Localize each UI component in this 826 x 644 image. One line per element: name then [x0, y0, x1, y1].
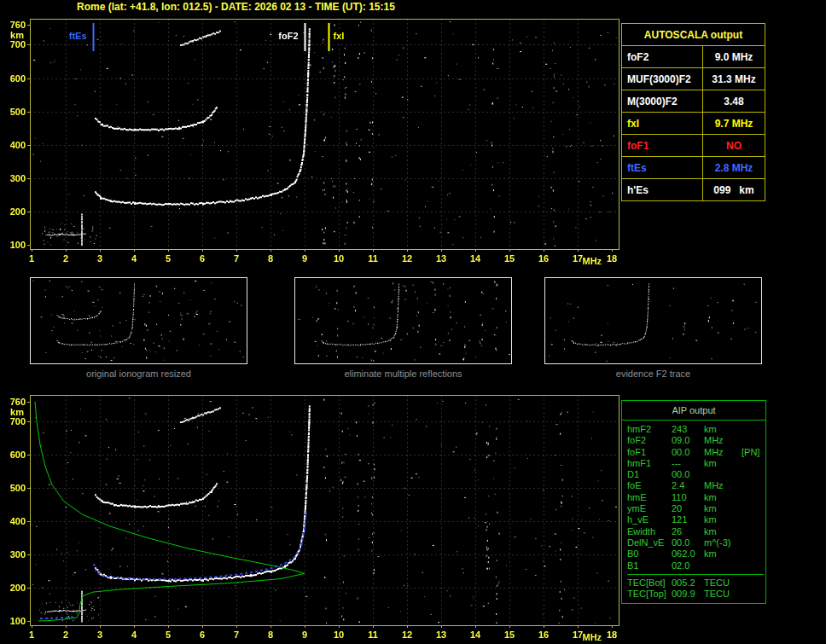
aip-cell: Ewidth — [627, 526, 672, 537]
autoscala-body: foF29.0 MHzMUF(3000)F231.3 MHzM(3000)F23… — [622, 46, 765, 201]
autoscala-row-value: 2.8 MHz — [703, 157, 765, 179]
aip-cell — [704, 560, 742, 571]
aip-cell — [742, 537, 764, 548]
aip-row: hmF2243km — [627, 424, 764, 435]
aip-row: ymE20km — [627, 503, 764, 514]
aip-cell — [742, 458, 764, 469]
aip-cell: 062.0 — [672, 548, 704, 560]
autoscala-row: foF29.0 MHz — [622, 46, 765, 68]
thumbnail-caption-eliminate: eliminate multiple reflections — [294, 368, 512, 379]
aip-cell: 110 — [672, 492, 704, 503]
autoscala-row-label: fxI — [622, 113, 703, 135]
thumbnail-original-ionogram — [30, 277, 247, 364]
aip-row: foF100.0MHz[PN] — [627, 447, 764, 458]
autoscala-table: AUTOSCALA output foF29.0 MHzMUF(3000)F23… — [621, 23, 765, 201]
autoscala-row-value: 099 km — [703, 179, 765, 201]
aip-cell: h_vE — [627, 514, 672, 525]
aip-cell: TEC[Bot] — [627, 577, 672, 589]
autoscala-header-row: AUTOSCALA output — [622, 24, 765, 46]
aip-row: foF209.0MHz — [627, 435, 764, 446]
autoscala-row-label: h'Es — [622, 179, 703, 201]
aip-cell: foF1 — [627, 447, 672, 458]
aip-cell: B0 — [627, 548, 672, 560]
aip-cell — [742, 480, 764, 491]
aip-cell: DelN_vE — [627, 537, 672, 548]
aip-row: hmF1---km — [627, 458, 764, 469]
aip-cell: TECU — [704, 577, 742, 589]
aip-cell — [742, 514, 764, 525]
aip-cell: MHz — [704, 480, 742, 491]
aip-cell: 02.0 — [672, 560, 704, 571]
aip-cell: MHz — [704, 447, 742, 458]
aip-cell: 09.0 — [672, 435, 704, 446]
autoscala-row: fxI9.7 MHz — [622, 113, 765, 135]
aip-cell — [742, 577, 764, 589]
aip-cell — [742, 526, 764, 537]
aip-cell: foE — [627, 480, 672, 491]
thumbnail-evidence-f2-trace — [544, 277, 762, 364]
aip-cell: foF2 — [627, 435, 672, 446]
aip-row: Ewidth26km — [627, 526, 764, 537]
autoscala-screen: Rome (lat: +41.8, lon: 012.5) - DATE: 20… — [0, 0, 826, 644]
autoscala-row-value: 31.3 MHz — [703, 68, 765, 90]
aip-cell: 121 — [672, 514, 704, 525]
aip-row: B0062.0km — [627, 548, 764, 560]
aip-cell: B1 — [627, 560, 672, 571]
autoscala-row: MUF(3000)F231.3 MHz — [622, 68, 765, 90]
aip-cell: 20 — [672, 503, 704, 514]
aip-header: AIP output — [622, 401, 765, 421]
aip-cell: 243 — [672, 424, 704, 435]
aip-cell: 005.2 — [672, 577, 704, 589]
autoscala-row: foF1NO — [622, 135, 765, 157]
aip-row: D100.0 — [627, 469, 764, 480]
aip-cell: km — [704, 503, 742, 514]
aip-table: AIP output hmF2243kmfoF209.0MHzfoF100.0M… — [621, 400, 766, 604]
aip-cell: 00.0 — [672, 537, 704, 548]
aip-cell — [742, 503, 764, 514]
aip-cell: 00.0 — [672, 447, 704, 458]
autoscala-row-label: M(3000)F2 — [622, 90, 703, 113]
aip-row: B102.0 — [627, 560, 764, 571]
aip-cell — [742, 492, 764, 503]
aip-cell — [742, 424, 764, 435]
thumbnail-caption-original: original ionogram resized — [30, 368, 247, 379]
autoscala-row: M(3000)F23.48 — [622, 90, 765, 113]
aip-row: DelN_vE00.0m^(-3) — [627, 537, 764, 548]
aip-cell: --- — [672, 458, 704, 469]
aip-cell — [742, 548, 764, 560]
autoscala-row: ftEs2.8 MHz — [622, 157, 765, 179]
ionogram-profile-canvas — [0, 388, 627, 644]
aip-cell — [742, 589, 764, 600]
aip-cell: hmE — [627, 492, 672, 503]
autoscala-row-label: ftEs — [622, 157, 703, 179]
aip-cell: 009.9 — [672, 589, 704, 600]
aip-cell — [742, 469, 764, 480]
aip-cell: 2.4 — [672, 480, 704, 491]
aip-tec-section: TEC[Bot]005.2TECUTEC[Top]009.9TECU — [627, 574, 764, 600]
aip-row: TEC[Top]009.9TECU — [627, 589, 764, 600]
aip-cell: 26 — [672, 526, 704, 537]
aip-cell — [704, 469, 742, 480]
autoscala-row: h'Es099 km — [622, 179, 765, 201]
aip-cell: TECU — [704, 589, 742, 600]
aip-cell: m^(-3) — [704, 537, 742, 548]
ionogram-main-canvas — [0, 13, 627, 269]
autoscala-row-value: 3.48 — [703, 90, 765, 113]
aip-cell: km — [704, 458, 742, 469]
thumbnail-caption-evidence: evidence F2 trace — [544, 368, 762, 379]
autoscala-row-value: 9.7 MHz — [703, 113, 765, 135]
aip-cell: 00.0 — [672, 469, 704, 480]
autoscala-header: AUTOSCALA output — [622, 24, 765, 46]
autoscala-row-label: foF2 — [622, 46, 703, 68]
aip-cell: [PN] — [742, 447, 764, 458]
aip-cell — [742, 435, 764, 446]
aip-cell: km — [704, 526, 742, 537]
aip-cell: km — [704, 548, 742, 560]
aip-row: foE2.4MHz — [627, 480, 764, 491]
aip-cell: km — [704, 492, 742, 503]
thumbnail-eliminate-reflections — [294, 277, 512, 364]
aip-cell: km — [704, 424, 742, 435]
aip-cell: TEC[Top] — [627, 589, 672, 600]
aip-cell: km — [704, 514, 742, 525]
autoscala-row-value: NO — [703, 135, 765, 157]
